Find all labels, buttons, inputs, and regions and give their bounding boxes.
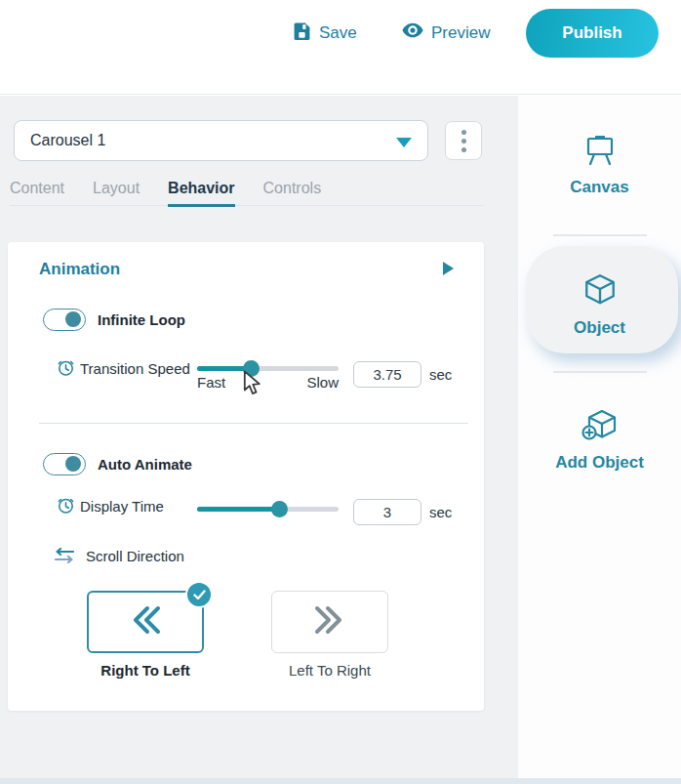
easel-icon [582, 133, 618, 172]
sidebar-item-label: Object [574, 318, 625, 338]
properties-panel: Carousel 1 Content Layout Behavior Contr… [0, 96, 518, 778]
auto-animate-label: Auto Animate [98, 456, 192, 473]
clock-icon [57, 358, 75, 381]
section-title: Animation [39, 260, 120, 279]
more-options-button[interactable] [445, 121, 482, 160]
save-icon [293, 21, 311, 45]
transition-speed-slider[interactable] [197, 366, 339, 371]
tab-bar: Content Layout Behavior Controls [10, 180, 484, 206]
kebab-dot [461, 130, 466, 135]
slider-max-label: Slow [306, 374, 339, 391]
display-time-slider[interactable] [197, 507, 339, 512]
display-time-unit: sec [429, 504, 452, 520]
publish-button[interactable]: Publish [526, 9, 659, 58]
right-sidebar: Canvas Object Add Object [518, 96, 681, 778]
toggle-knob [65, 311, 81, 327]
slider-knob[interactable] [271, 501, 288, 517]
preview-button[interactable]: Preview [402, 21, 490, 44]
scroll-direction-label: Scroll Direction [86, 548, 184, 564]
transition-speed-input[interactable] [353, 361, 421, 388]
cube-plus-icon [581, 406, 620, 447]
direction-label-right-to-left: Right To Left [85, 662, 206, 679]
preview-label: Preview [431, 23, 490, 43]
sidebar-divider [553, 371, 647, 373]
slider-min-label: Fast [197, 374, 225, 391]
swap-arrows-icon [53, 548, 76, 567]
object-selector-dropdown[interactable]: Carousel 1 [14, 120, 428, 161]
top-toolbar: Save Preview Publish [0, 0, 681, 95]
direction-label-left-to-right: Left To Right [269, 662, 390, 679]
transition-speed-unit: sec [429, 366, 452, 383]
infinite-loop-label: Infinite Loop [98, 311, 185, 328]
transition-speed-label: Transition Speed [80, 360, 190, 377]
display-time-input[interactable] [353, 499, 421, 525]
tab-layout[interactable]: Layout [93, 180, 140, 205]
tab-content[interactable]: Content [10, 180, 64, 205]
save-button[interactable]: Save [293, 21, 357, 45]
selected-check-icon [185, 581, 213, 608]
sidebar-item-label: Add Object [555, 453, 644, 473]
animation-section-card: Animation Infinite Loop Transition Speed… [8, 242, 484, 711]
infinite-loop-toggle[interactable] [43, 309, 86, 331]
clock-icon [57, 496, 75, 518]
save-label: Save [319, 23, 357, 43]
toggle-knob [65, 456, 81, 472]
double-chevron-right-icon [308, 603, 351, 640]
direction-option-right-to-left[interactable] [87, 591, 204, 653]
object-selector-value: Carousel 1 [30, 132, 105, 149]
section-divider [39, 423, 468, 424]
direction-option-left-to-right[interactable] [271, 591, 388, 653]
tab-behavior[interactable]: Behavior [168, 180, 234, 207]
display-time-label: Display Time [80, 498, 164, 515]
chevron-down-icon [396, 138, 412, 147]
sidebar-divider [553, 234, 647, 236]
kebab-dot [461, 139, 466, 144]
sidebar-item-canvas[interactable]: Canvas [518, 133, 681, 197]
app-window: Save Preview Publish Carousel 1 Content … [0, 0, 681, 784]
tab-controls[interactable]: Controls [263, 180, 322, 205]
sidebar-item-add-object[interactable]: Add Object [518, 406, 681, 473]
sidebar-item-label: Canvas [570, 178, 628, 197]
sidebar-item-object[interactable]: Object [518, 271, 681, 338]
auto-animate-toggle[interactable] [43, 453, 86, 475]
horizontal-scrollbar[interactable] [0, 778, 681, 784]
cube-icon [581, 271, 619, 312]
double-chevron-left-icon [124, 603, 167, 640]
collapse-arrow-icon[interactable] [443, 262, 454, 275]
kebab-dot [461, 147, 466, 152]
eye-icon [402, 21, 423, 44]
